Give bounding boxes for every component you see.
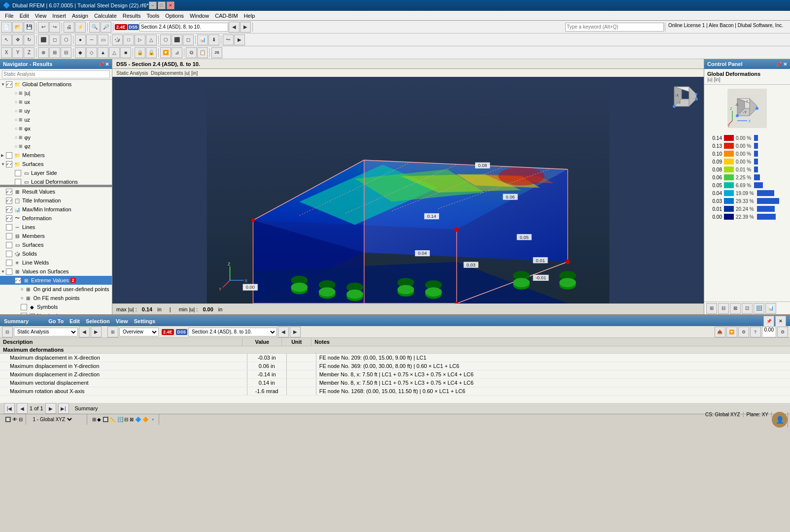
tree-item-symbols2[interactable]: ◆ Symbols	[0, 302, 112, 311]
expand-arrow[interactable]: ▼	[1, 82, 6, 87]
nav-pin-button[interactable]: 📌	[98, 62, 104, 67]
sum-row-3[interactable]: Maximum vectorial displacement 0.14 in M…	[0, 379, 790, 387]
sum-export[interactable]: 📤	[715, 327, 725, 337]
tree-item-global-deformations[interactable]: ▼ ✓ 📁 Global Deformations	[0, 80, 112, 89]
menu-edit[interactable]: Edit	[17, 12, 32, 20]
menu-assign[interactable]: Assign	[69, 12, 91, 20]
tb-axis-x[interactable]: X	[1, 47, 12, 58]
tb-move[interactable]: ✥	[12, 34, 23, 45]
sum-row-4[interactable]: Maximum rotation about X-axis -1.6 mrad …	[0, 387, 790, 396]
tb-results[interactable]: 📊	[197, 34, 208, 45]
tb-zoom-in[interactable]: 🔍	[89, 22, 100, 33]
cb-lines2[interactable]	[6, 224, 12, 231]
tb-show-nodes[interactable]: ●	[75, 34, 86, 45]
tb-snap3[interactable]: ⊟	[61, 47, 71, 58]
tb-save[interactable]: 💾	[24, 22, 34, 33]
menu-view[interactable]: View	[32, 12, 50, 20]
summary-view[interactable]: View	[116, 318, 128, 324]
summary-settings[interactable]: Settings	[134, 318, 155, 324]
tb-view3[interactable]: ⬡	[61, 34, 71, 45]
menu-options[interactable]: Options	[162, 12, 187, 20]
tb-unlock[interactable]: 🔓	[146, 47, 157, 58]
close-button[interactable]: ✕	[167, 1, 174, 9]
tree-item-deformation[interactable]: ✓ 〜 Deformation	[0, 214, 112, 223]
cp-tb-btn3[interactable]: ⊠	[730, 303, 741, 314]
section-combo[interactable]	[139, 23, 228, 32]
sum-back[interactable]: ◀	[17, 403, 28, 414]
tb-top[interactable]: △	[146, 34, 157, 45]
tb-zoom-out[interactable]: 🔎	[101, 22, 111, 33]
sum-extra[interactable]: ⚙	[777, 327, 788, 337]
cp-tb-btn4[interactable]: ⊡	[742, 303, 753, 314]
cb-symbols2[interactable]	[21, 304, 27, 310]
sum-help[interactable]: ?	[750, 327, 761, 337]
tree-item-numbering[interactable]: 🔢 Numbering	[0, 311, 112, 314]
tree-item-layer-side[interactable]: ▭ Layer Side	[0, 168, 112, 177]
cb-surfaces2[interactable]	[6, 242, 12, 248]
tb-calc[interactable]: ⚡	[75, 22, 86, 33]
view-select[interactable]: 1 - Global XYZ	[31, 416, 73, 423]
tree-item-lines2[interactable]: ─ Lines	[0, 223, 112, 232]
tb-axis-y[interactable]: Y	[12, 47, 23, 58]
tb-open[interactable]: 📂	[12, 22, 23, 33]
search-input[interactable]	[565, 23, 664, 32]
nav-close-button[interactable]: ✕	[105, 62, 109, 67]
summary-goto[interactable]: Go To	[48, 318, 64, 324]
summary-pin[interactable]: 📌	[763, 316, 774, 327]
tb-redo[interactable]: ↪	[49, 22, 60, 33]
sum-overview-select[interactable]: Overview	[119, 328, 159, 336]
cb-numbering[interactable]	[21, 313, 27, 315]
cb-maxmin-info[interactable]: ✓	[6, 206, 12, 213]
tb-select[interactable]: ↖	[1, 34, 12, 45]
tree-item-uy[interactable]: ○ ⊞ uy	[0, 106, 112, 115]
maximize-button[interactable]: □	[158, 1, 166, 9]
tb-wireframe[interactable]: ⬡	[160, 34, 171, 45]
sum-prev-section[interactable]: ◀	[278, 327, 289, 337]
sum-filter[interactable]: 🔽	[726, 327, 737, 337]
tb-right[interactable]: ▷	[135, 34, 145, 45]
sum-settings2[interactable]: ⚙	[738, 327, 749, 337]
tb-obj3[interactable]: ▲	[98, 47, 108, 58]
tb-lock[interactable]: 🔒	[135, 47, 145, 58]
tb-copy[interactable]: ⧉	[186, 47, 197, 58]
tb-show-lines[interactable]: ─	[86, 34, 97, 45]
nav-search-input[interactable]	[2, 70, 110, 78]
cp-tb-btn1[interactable]: ⊞	[706, 303, 717, 314]
tree-checkbox-layer[interactable]	[15, 170, 21, 176]
tree-item-members[interactable]: ▶ 📁 Members	[0, 151, 112, 160]
tree-checkbox[interactable]: ✓	[6, 81, 12, 88]
cp-orientation-cube[interactable]: -Y -X Z X Z Y	[704, 85, 790, 132]
tb-loads[interactable]: ⬇	[208, 34, 219, 45]
sum-overview-icon[interactable]: ⊞	[107, 327, 118, 337]
sum-last[interactable]: ▶|	[58, 403, 69, 414]
tb-next[interactable]: ▶	[240, 22, 251, 33]
tree-item-ux[interactable]: ○ ⊞ ux	[0, 98, 112, 106]
tb-front[interactable]: □	[123, 34, 134, 45]
tb-filter2[interactable]: ⊿	[172, 47, 182, 58]
tree-item-on-fe[interactable]: ○ ⊞ On FE mesh points	[0, 294, 112, 302]
sum-row-2[interactable]: Maximum displacement in Z-direction -0.1…	[0, 370, 790, 379]
tree-item-u-abs[interactable]: ○ ⊞ |u|	[0, 89, 112, 98]
tb-obj2[interactable]: ◇	[86, 47, 97, 58]
tb-paste[interactable]: 📋	[197, 47, 208, 58]
cp-tb-btn6[interactable]: 📊	[765, 303, 776, 314]
expand-arrow-surfaces[interactable]: ▼	[1, 162, 6, 166]
tb-snap1[interactable]: ⊕	[38, 47, 49, 58]
menu-help[interactable]: Help	[241, 12, 258, 20]
tb-filter1[interactable]: 🔽	[160, 47, 171, 58]
viewport-canvas[interactable]: 0.08 0.14 0.06 0.04 0.05 0.03 0.01 -0.01…	[112, 77, 704, 303]
tree-item-title-info[interactable]: ✓ 📋 Title Information	[0, 196, 112, 205]
tb-prev[interactable]: ◀	[229, 22, 240, 33]
tb-js[interactable]: JS	[211, 47, 222, 58]
tb-snap2[interactable]: ⊞	[49, 47, 60, 58]
tree-item-phiz[interactable]: ○ ⊞ φz	[0, 142, 112, 151]
menu-calculate[interactable]: Calculate	[91, 12, 120, 20]
sum-tb-icon[interactable]: ⊟	[2, 327, 13, 337]
menu-file[interactable]: File	[2, 12, 17, 20]
menu-window[interactable]: Window	[187, 12, 212, 20]
minimize-button[interactable]: −	[149, 1, 157, 9]
expand-arrow-vos2[interactable]: ▼	[1, 269, 6, 274]
status-view-combo[interactable]: 1 - Global XYZ	[28, 414, 87, 425]
tree-item-surfaces2[interactable]: ▭ Surfaces	[0, 240, 112, 249]
tb-rotate[interactable]: ↻	[24, 34, 34, 45]
